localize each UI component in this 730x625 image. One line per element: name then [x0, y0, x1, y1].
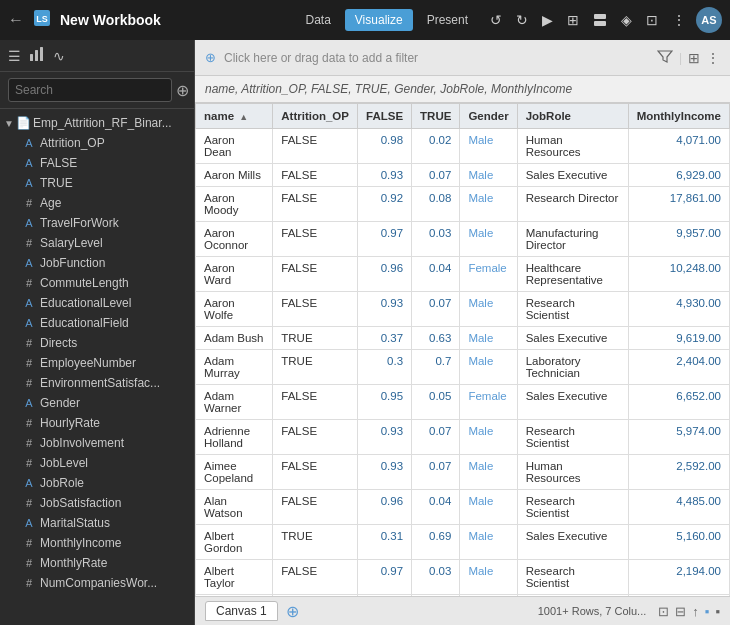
user-avatar[interactable]: AS — [696, 7, 722, 33]
tree-item-label: NumCompaniesWor... — [40, 576, 186, 590]
table-cell: 0.93 — [358, 420, 412, 455]
type-icon: # — [22, 497, 36, 509]
tab-data[interactable]: Data — [295, 9, 340, 31]
upload-icon[interactable]: ↑ — [692, 604, 699, 619]
add-field-button[interactable]: ⊕ — [176, 81, 189, 100]
add-filter-icon[interactable]: ⊕ — [205, 50, 216, 65]
view-toggle-1[interactable]: ▪ — [705, 604, 710, 619]
table-row: Adrienne HollandFALSE0.930.07MaleResearc… — [196, 420, 730, 455]
col-header-gender[interactable]: Gender — [460, 104, 517, 129]
table-cell: 5,160.00 — [628, 525, 729, 560]
tree-item[interactable]: #JobSatisfaction — [0, 493, 194, 513]
filter-actions: | ⊞ ⋮ — [657, 49, 720, 66]
svg-text:LS: LS — [36, 14, 48, 24]
table-cell: Adam Bush — [196, 327, 273, 350]
tree-item-label: JobFunction — [40, 256, 186, 270]
tree-item[interactable]: #JobLevel — [0, 453, 194, 473]
more-icon[interactable]: ⋮ — [668, 10, 690, 30]
tab-present[interactable]: Present — [417, 9, 478, 31]
table-cell: 10,248.00 — [628, 257, 729, 292]
table-cell: 2,404.00 — [628, 350, 729, 385]
filter-icon[interactable] — [657, 49, 673, 66]
svg-rect-2 — [594, 14, 606, 19]
view-toggle-2[interactable]: ▪ — [715, 604, 720, 619]
tree-root-item[interactable]: ▼ 📄 Emp_Attrition_RF_Binar... — [0, 113, 194, 133]
filter-placeholder[interactable]: Click here or drag data to add a filter — [224, 51, 649, 65]
col-header-attrition[interactable]: Attrition_OP — [273, 104, 358, 129]
tab-visualize[interactable]: Visualize — [345, 9, 413, 31]
table-row: Aaron DeanFALSE0.980.02MaleHuman Resourc… — [196, 129, 730, 164]
table-cell: 0.97 — [358, 560, 412, 595]
redo-icon[interactable]: ↻ — [512, 10, 532, 30]
export-icon[interactable]: ⊡ — [642, 10, 662, 30]
layout-icon[interactable] — [589, 11, 611, 29]
col-header-true[interactable]: TRUE — [412, 104, 460, 129]
table-cell: Male — [460, 455, 517, 490]
tree-item[interactable]: #MonthlyRate — [0, 553, 194, 573]
sidebar-chart-icon[interactable] — [29, 46, 45, 65]
run-icon[interactable]: ▶ — [538, 10, 557, 30]
grid-icon[interactable]: ⊞ — [563, 10, 583, 30]
tree-item[interactable]: AEducationalLevel — [0, 293, 194, 313]
col-header-jobrole[interactable]: JobRole — [517, 104, 628, 129]
col-header-false[interactable]: FALSE — [358, 104, 412, 129]
table-cell: FALSE — [273, 560, 358, 595]
more-options-icon[interactable]: ⋮ — [706, 50, 720, 66]
tree-item[interactable]: ATravelForWork — [0, 213, 194, 233]
tree-item[interactable]: AGender — [0, 393, 194, 413]
tree-item[interactable]: #HourlyRate — [0, 413, 194, 433]
tree-item[interactable]: AMaritalStatus — [0, 513, 194, 533]
col-header-income[interactable]: MonthlyIncome — [628, 104, 729, 129]
sidebar-wave-icon[interactable]: ∿ — [53, 48, 65, 64]
tree-item[interactable]: #Directs — [0, 333, 194, 353]
tree-item[interactable]: #MonthlyIncome — [0, 533, 194, 553]
type-icon: # — [22, 197, 36, 209]
type-icon: # — [22, 577, 36, 589]
tree-item[interactable]: #Age — [0, 193, 194, 213]
canvas-tab[interactable]: Canvas 1 — [205, 601, 278, 621]
tree-item[interactable]: AJobRole — [0, 473, 194, 493]
table-cell: 0.97 — [358, 222, 412, 257]
grid-view-icon[interactable]: ⊞ — [688, 50, 700, 66]
table-row: Adam MurrayTRUE0.30.7MaleLaboratory Tech… — [196, 350, 730, 385]
tree-item[interactable]: AAttrition_OP — [0, 133, 194, 153]
tree-item-label: TravelForWork — [40, 216, 186, 230]
download-icon[interactable]: ⊟ — [675, 604, 686, 619]
tree-expand-icon: ▼ — [4, 118, 14, 129]
tree-item-label: HourlyRate — [40, 416, 186, 430]
add-canvas-button[interactable]: ⊕ — [286, 602, 299, 621]
tree-item[interactable]: #EmployeeNumber — [0, 353, 194, 373]
sidebar-toolbar: ☰ ∿ — [0, 40, 194, 72]
tree-item[interactable]: #NumCompaniesWor... — [0, 573, 194, 593]
back-button[interactable]: ← — [8, 11, 24, 29]
tree-item[interactable]: AJobFunction — [0, 253, 194, 273]
nav-tabs: Data Visualize Present — [295, 9, 478, 31]
table-cell: Female — [460, 257, 517, 292]
grid-status-icon[interactable]: ⊡ — [658, 604, 669, 619]
col-title-bar: name, Attrition_OP, FALSE, TRUE, Gender,… — [195, 76, 730, 103]
tree-item[interactable]: #SalaryLevel — [0, 233, 194, 253]
tree-item[interactable]: #JobInvolvement — [0, 433, 194, 453]
tree-item[interactable]: #EnvironmentSatisfac... — [0, 373, 194, 393]
tree-item[interactable]: #CommuteLength — [0, 273, 194, 293]
undo-icon[interactable]: ↺ — [486, 10, 506, 30]
tree-item-label: CommuteLength — [40, 276, 186, 290]
filter-bar: ⊕ Click here or drag data to add a filte… — [195, 40, 730, 76]
sort-icon: ▲ — [239, 112, 248, 122]
main-layout: ☰ ∿ ⊕ ▼ 📄 Emp_Attrition_RF_Binar... AAtt… — [0, 40, 730, 625]
table-cell: Adrienne Holland — [196, 420, 273, 455]
sidebar-menu-icon[interactable]: ☰ — [8, 48, 21, 64]
tree-item[interactable]: ATRUE — [0, 173, 194, 193]
tree-item-label: JobSatisfaction — [40, 496, 186, 510]
table-cell: Human Resources — [517, 129, 628, 164]
table-cell: Male — [460, 327, 517, 350]
col-header-name[interactable]: name ▲ — [196, 104, 273, 129]
tree-item[interactable]: AEducationalField — [0, 313, 194, 333]
search-input[interactable] — [8, 78, 172, 102]
table-cell: Healthcare Representative — [517, 257, 628, 292]
tree-item[interactable]: AFALSE — [0, 153, 194, 173]
bookmark-icon[interactable]: ◈ — [617, 10, 636, 30]
data-table-container[interactable]: name ▲ Attrition_OP FALSE TRUE Gender Jo… — [195, 103, 730, 596]
table-cell: 0.96 — [358, 257, 412, 292]
table-cell: FALSE — [273, 420, 358, 455]
